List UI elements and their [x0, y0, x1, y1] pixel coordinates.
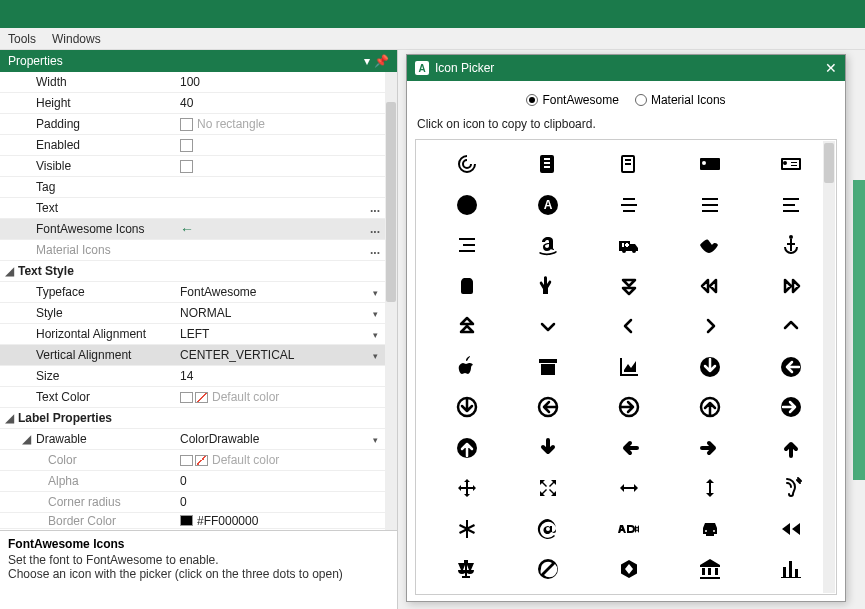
prop-height[interactable]: Height 40 [0, 93, 385, 114]
prop-enabled[interactable]: Enabled [0, 135, 385, 156]
menu-tools[interactable]: Tools [8, 32, 36, 46]
arrow-circle-o-up-icon[interactable] [670, 387, 751, 427]
arrow-left-icon[interactable] [588, 428, 669, 468]
prop-tag[interactable]: Tag [0, 177, 385, 198]
drawable-dropdown[interactable] [365, 432, 385, 446]
at-icon[interactable] [507, 509, 588, 549]
icon-grid-scrollbar[interactable] [823, 141, 835, 593]
prop-width[interactable]: Width 100 [0, 72, 385, 93]
icon-picker-titlebar[interactable]: A Icon Picker ✕ [407, 55, 845, 81]
prop-drawable[interactable]: ◢Drawable ColorDrawable [0, 429, 385, 450]
prop-size[interactable]: Size 14 [0, 366, 385, 387]
align-center-icon[interactable] [588, 185, 669, 225]
audio-description-icon[interactable] [588, 509, 669, 549]
arrow-right-icon[interactable] [670, 428, 751, 468]
anchor-icon[interactable] [751, 225, 832, 265]
prop-text[interactable]: Text ... [0, 198, 385, 219]
address-book-o-icon[interactable] [588, 144, 669, 184]
arrow-circle-left-icon[interactable] [751, 347, 832, 387]
address-card-o-icon[interactable] [751, 144, 832, 184]
balance-scale-icon[interactable] [426, 549, 507, 589]
category-text-style[interactable]: ◢ Text Style [0, 261, 385, 282]
angle-double-left-icon[interactable] [670, 266, 751, 306]
arrow-circle-o-left-icon[interactable] [507, 387, 588, 427]
arrow-down-icon[interactable] [507, 428, 588, 468]
archive-icon[interactable] [507, 347, 588, 387]
arrow-circle-up-icon[interactable] [426, 428, 507, 468]
prop-drawable-color[interactable]: Color Default color [0, 450, 385, 471]
angle-double-down-icon[interactable] [588, 266, 669, 306]
prop-material-icons[interactable]: Material Icons ... [0, 240, 385, 261]
500px-icon[interactable] [426, 144, 507, 184]
prop-corner-radius[interactable]: Corner radius 0 [0, 492, 385, 513]
md-icons-more-button[interactable]: ... [365, 243, 385, 257]
prop-fontawesome-icons[interactable]: FontAwesome Icons ← ... [0, 219, 385, 240]
arrows-icon[interactable] [426, 468, 507, 508]
prop-typeface[interactable]: Typeface FontAwesome [0, 282, 385, 303]
visible-checkbox[interactable] [180, 160, 193, 173]
enabled-checkbox[interactable] [180, 139, 193, 152]
bank-icon[interactable] [670, 549, 751, 589]
valign-dropdown[interactable] [365, 348, 385, 362]
align-justify-icon[interactable] [670, 185, 751, 225]
angellist-icon[interactable] [507, 266, 588, 306]
angle-left-icon[interactable] [588, 306, 669, 346]
asterisk-icon[interactable] [426, 509, 507, 549]
bar-chart-icon[interactable] [751, 549, 832, 589]
style-dropdown[interactable] [365, 306, 385, 320]
prop-alpha[interactable]: Alpha 0 [0, 471, 385, 492]
arrow-circle-down-icon[interactable] [670, 347, 751, 387]
caret-icon[interactable]: ◢ [0, 264, 18, 278]
caret-icon[interactable]: ◢ [0, 411, 18, 425]
align-left-icon[interactable] [751, 185, 832, 225]
arrow-circle-o-down-icon[interactable] [426, 387, 507, 427]
angle-double-up-icon[interactable] [426, 306, 507, 346]
address-card-icon[interactable] [670, 144, 751, 184]
asl-interpreting-icon[interactable] [670, 225, 751, 265]
prop-style[interactable]: Style NORMAL [0, 303, 385, 324]
angle-right-icon[interactable] [670, 306, 751, 346]
halign-dropdown[interactable] [365, 327, 385, 341]
panel-menu-icon[interactable]: ▾ [364, 54, 370, 68]
prop-halign[interactable]: Horizontal Alignment LEFT [0, 324, 385, 345]
automobile-icon[interactable] [670, 509, 751, 549]
backward-icon[interactable] [751, 509, 832, 549]
panel-pin-icon[interactable]: 📌 [374, 54, 389, 68]
radio-fontawesome[interactable]: FontAwesome [526, 93, 618, 107]
angle-double-right-icon[interactable] [751, 266, 832, 306]
align-right-icon[interactable] [426, 225, 507, 265]
ban-icon[interactable] [507, 549, 588, 589]
properties-scrollbar[interactable] [385, 72, 397, 530]
prop-padding[interactable]: Padding No rectangle [0, 114, 385, 135]
arrow-circle-right-icon[interactable] [751, 387, 832, 427]
address-book-icon[interactable] [507, 144, 588, 184]
arrows-v-icon[interactable] [670, 468, 751, 508]
padding-checkbox[interactable] [180, 118, 193, 131]
close-icon[interactable]: ✕ [825, 60, 837, 76]
caret-icon[interactable]: ◢ [20, 432, 32, 446]
prop-valign[interactable]: Vertical Alignment CENTER_VERTICAL [0, 345, 385, 366]
arrow-circle-o-right-icon[interactable] [588, 387, 669, 427]
arrows-h-icon[interactable] [588, 468, 669, 508]
area-chart-icon[interactable] [588, 347, 669, 387]
adn-icon[interactable]: A [507, 185, 588, 225]
angle-up-icon[interactable] [751, 306, 832, 346]
radio-material-icons[interactable]: Material Icons [635, 93, 726, 107]
angle-down-icon[interactable] [507, 306, 588, 346]
android-icon[interactable] [426, 266, 507, 306]
ambulance-icon[interactable] [588, 225, 669, 265]
assistive-listening-icon[interactable] [751, 468, 832, 508]
prop-text-color[interactable]: Text Color Default color [0, 387, 385, 408]
bandcamp-icon[interactable] [588, 549, 669, 589]
typeface-dropdown[interactable] [365, 285, 385, 299]
menu-windows[interactable]: Windows [52, 32, 101, 46]
adjust-icon[interactable] [426, 185, 507, 225]
apple-icon[interactable] [426, 347, 507, 387]
text-more-button[interactable]: ... [365, 201, 385, 215]
arrow-up-icon[interactable] [751, 428, 832, 468]
prop-visible[interactable]: Visible [0, 156, 385, 177]
category-label-properties[interactable]: ◢ Label Properties [0, 408, 385, 429]
amazon-icon[interactable] [507, 225, 588, 265]
prop-border-color[interactable]: Border Color #FF000000 [0, 513, 385, 529]
arrows-alt-icon[interactable] [507, 468, 588, 508]
